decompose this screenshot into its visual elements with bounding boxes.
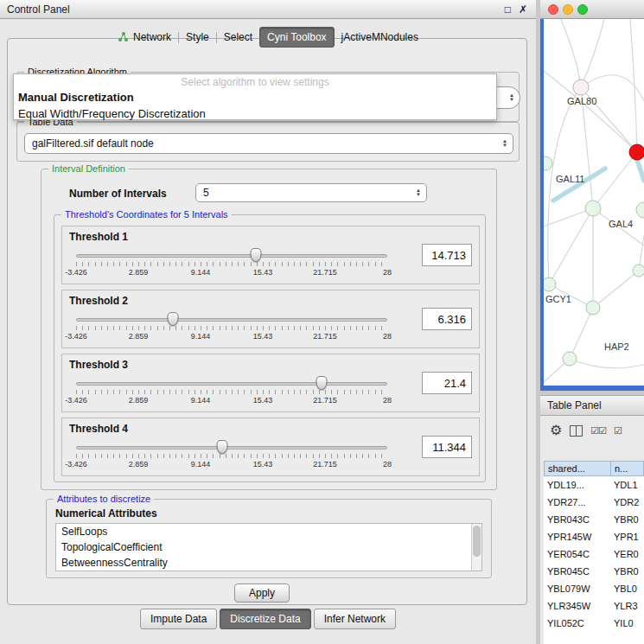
tab-infer-network[interactable]: Infer Network <box>314 609 396 629</box>
list-scrollbar[interactable] <box>471 524 481 571</box>
tick-label: 9.144 <box>191 460 211 469</box>
threshold-value-field[interactable]: 6.316 <box>422 308 472 330</box>
columns-icon[interactable] <box>570 425 583 437</box>
numerical-attributes-label: Numerical Attributes <box>55 507 157 520</box>
network-node-selected[interactable] <box>629 144 644 160</box>
tick-label: 2.859 <box>129 460 149 469</box>
control-panel-window: Control Panel □ ✗ Network Style Select C… <box>0 0 536 644</box>
table-row[interactable]: YPR145W YPR1 <box>544 528 644 545</box>
network-node[interactable] <box>586 301 600 315</box>
network-node[interactable] <box>544 277 556 291</box>
slider-track[interactable] <box>76 318 387 322</box>
slider-thumb[interactable] <box>316 376 328 390</box>
interval-definition-group: Interval Definition Number of Intervals … <box>41 169 497 490</box>
threshold-panel: Threshold 3 -3.426 2.859 9.144 15.43 21.… <box>61 354 480 412</box>
table-row[interactable]: YDL19... YDL1 <box>544 476 644 494</box>
table-row[interactable]: YBR043C YBR0 <box>544 511 644 528</box>
table-row[interactable]: YER054C YER0 <box>544 545 644 563</box>
slider-thumb[interactable] <box>250 248 261 262</box>
cell-shared-name: YER054C <box>544 549 611 559</box>
tick-label: -3.426 <box>65 460 87 469</box>
table-row[interactable]: YLR345W YLR3 <box>544 597 644 615</box>
number-of-intervals-select[interactable]: 5 ▲▼ <box>195 183 427 202</box>
table-data-select[interactable]: galFiltered.sif default node ▲▼ <box>24 133 513 154</box>
threshold-slider[interactable]: -3.426 2.859 9.144 15.43 21.715 28 <box>76 375 387 410</box>
network-node[interactable] <box>563 352 577 366</box>
table-row[interactable]: YIL052C YIL0 <box>544 615 644 632</box>
threshold-panel: Threshold 1 -3.426 2.859 9.144 15.43 21.… <box>61 226 480 284</box>
threshold-panel: Threshold 4 -3.426 2.859 9.144 15.43 21.… <box>61 418 480 476</box>
tab-jactivemnodules[interactable]: jActiveMNodules <box>335 28 425 47</box>
numerical-attributes-list[interactable]: SelfLoops TopologicalCoefficient Between… <box>55 523 482 571</box>
table-row[interactable]: YDR27... YDR2 <box>544 494 644 511</box>
network-node[interactable] <box>636 202 644 218</box>
restore-icon[interactable]: □ <box>505 3 511 16</box>
cell-name: YPR1 <box>611 532 644 542</box>
cell-shared-name: YPR145W <box>544 532 611 542</box>
cell-shared-name: YIL052C <box>544 618 611 628</box>
threshold-value-field[interactable]: 14.713 <box>422 244 472 266</box>
top-tab-bar: Network Style Select Cyni Toolbox jActiv… <box>0 27 536 48</box>
select-all-checkboxes-icon[interactable]: ☑☑ <box>590 425 606 437</box>
list-item[interactable]: BetweennessCentrality <box>56 555 481 571</box>
slider-ticks <box>76 454 387 458</box>
tick-label: 28 <box>383 268 392 277</box>
tab-label: jActiveMNodules <box>341 31 418 43</box>
combo-stepper-icon: ▲▼ <box>509 93 520 102</box>
gear-icon[interactable]: ⚙ <box>550 424 562 437</box>
tab-select[interactable]: Select <box>217 28 259 47</box>
cell-shared-name: YDR27... <box>544 497 611 507</box>
network-node[interactable] <box>544 156 552 170</box>
list-item[interactable]: SelfLoops <box>56 524 481 539</box>
close-traffic-light-icon[interactable] <box>548 4 558 15</box>
slider-track[interactable] <box>76 382 387 386</box>
threshold-value-field[interactable]: 21.4 <box>422 372 472 394</box>
tab-style[interactable]: Style <box>179 28 216 47</box>
minimize-traffic-light-icon[interactable] <box>563 4 573 15</box>
slider-thumb[interactable] <box>167 312 178 326</box>
cell-name: YBR0 <box>611 566 644 577</box>
number-of-intervals-label: Number of Intervals <box>69 188 167 200</box>
tick-label: 28 <box>383 460 392 469</box>
tab-impute-data[interactable]: Impute Data <box>140 609 217 629</box>
network-node[interactable] <box>585 201 601 216</box>
slider-ticks <box>76 262 387 266</box>
tick-label: 15.43 <box>253 396 273 405</box>
scrollbar-thumb[interactable] <box>473 526 481 557</box>
checkbox-icon[interactable]: ☑ <box>614 425 622 437</box>
group-title: Threshold's Coordinates for 5 Intervals <box>61 208 232 221</box>
slider-track[interactable] <box>76 446 387 450</box>
network-window-titlebar <box>540 0 644 19</box>
table-row[interactable]: YBR045C YBR0 <box>544 563 644 580</box>
tab-label: Network <box>133 31 171 43</box>
tick-label: 21.715 <box>313 396 337 405</box>
network-canvas[interactable]: GAL80 GAL11 GAL4 GCY1 HAP2 <box>544 19 644 386</box>
tick-label: 9.144 <box>191 268 211 277</box>
slider-thumb[interactable] <box>217 440 228 454</box>
column-header-shared-name[interactable]: shared... <box>544 461 611 476</box>
combo-stepper-icon: ▲▼ <box>416 188 426 197</box>
network-node[interactable] <box>633 265 644 277</box>
group-title: Attributes to discretize <box>54 493 154 506</box>
slider-ticks <box>76 390 387 394</box>
tab-cyni-toolbox[interactable]: Cyni Toolbox <box>259 27 334 48</box>
threshold-slider[interactable]: -3.426 2.859 9.144 15.43 21.715 28 <box>76 247 387 282</box>
threshold-value-field[interactable]: 11.344 <box>422 436 472 458</box>
dropdown-option-equal-width-frequency[interactable]: Equal Width/Frequency Discretization <box>14 105 496 122</box>
cell-name: YLR3 <box>611 601 644 611</box>
close-icon[interactable]: ✗ <box>519 3 527 16</box>
node-label-gcy1: GCY1 <box>545 294 571 304</box>
threshold-slider[interactable]: -3.426 2.859 9.144 15.43 21.715 28 <box>76 439 387 474</box>
zoom-traffic-light-icon[interactable] <box>577 4 588 15</box>
slider-track[interactable] <box>76 254 387 258</box>
tab-network[interactable]: Network <box>111 28 178 47</box>
list-item[interactable]: TopologicalCoefficient <box>56 539 481 555</box>
table-row[interactable]: YBL079W YBL0 <box>544 580 644 597</box>
dropdown-option-manual-discretization[interactable]: Manual Discretization <box>14 89 496 105</box>
tab-discretize-data[interactable]: Discretize Data <box>220 609 310 629</box>
network-node[interactable] <box>573 80 589 95</box>
apply-button[interactable]: Apply <box>234 583 290 603</box>
threshold-slider[interactable]: -3.426 2.859 9.144 15.43 21.715 28 <box>76 311 387 346</box>
cell-shared-name: YLR345W <box>544 601 611 611</box>
column-header-name[interactable]: n... <box>611 461 644 476</box>
